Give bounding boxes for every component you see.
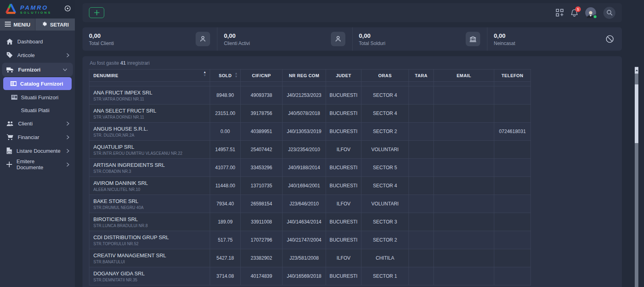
apps-grid-plus-icon[interactable]	[556, 9, 564, 16]
logo-area[interactable]: PAMRO SOLUTIONS	[0, 0, 75, 18]
supplier-address: STR. DUZILOR,NR.2A	[93, 133, 210, 137]
vertical-scrollbar[interactable]	[635, 67, 638, 287]
cell-telefon: 0724618031	[494, 123, 531, 141]
cell-sold: 3714.08	[210, 267, 241, 285]
stat-clienti-activi: 0,00 Clienti Activi	[217, 27, 352, 51]
table-row[interactable]: ANA SELECT FRUCT SRLSTR.VATRA DORNEI NR.…	[89, 105, 531, 123]
stat-label: Clienti Activi	[224, 41, 250, 46]
sort-icon[interactable]: ▲▼	[235, 72, 238, 78]
ban-icon[interactable]	[603, 32, 617, 46]
user-avatar[interactable]	[585, 7, 596, 18]
notifications-button[interactable]: 1	[571, 9, 578, 17]
person-icon[interactable]	[196, 32, 210, 46]
sidebar-item-articole[interactable]: Articole	[0, 48, 75, 62]
supplier-name: AQUATULIP SRL	[93, 144, 210, 150]
cell-sold: 5427.18	[210, 249, 241, 267]
cell-denumire: CREATIV MANAGEMENT SRLSTR.BANATULUI	[89, 249, 210, 267]
sidebar-item-situatii-platii[interactable]: Situatii Platii	[0, 104, 75, 117]
cell-oras: SECTOR 4	[361, 105, 409, 123]
table-row[interactable]: ANA FRUCT IMPEX SRLSTR.VATRA DORNEI NR.1…	[89, 86, 531, 105]
table-row[interactable]: CREATIV MANAGEMENT SRLSTR.BANATULUI5427.…	[89, 249, 531, 267]
scroll-up-button[interactable]	[635, 67, 638, 74]
bank-icon[interactable]	[466, 32, 480, 46]
column-header-telefon[interactable]: TELEFON	[494, 70, 531, 82]
sidebar-item-dashboard[interactable]: Dashboard	[0, 35, 75, 48]
cell-judet: BUCURESTI	[326, 105, 361, 123]
stat-total-solduri: 0,00 Total Solduri	[352, 27, 487, 51]
table-row[interactable]: AQUATULIP SRLSTR.INTR.EROU DUMITRU VLASC…	[89, 141, 531, 159]
supplier-address: STR.VATRA DORNEI NR.11	[93, 97, 210, 101]
column-header-tara[interactable]: TARA	[409, 70, 434, 82]
table-row[interactable]: BIROTICIENII SRLSTR.LUNCA BRADULUI NR.81…	[89, 213, 531, 231]
cell-email	[434, 213, 494, 231]
supplier-address: STR.INTR.EROU DUMITRU VLASCEANU NR.22	[93, 151, 210, 156]
column-header-cif[interactable]: CIF/CNP	[241, 70, 283, 82]
table-row[interactable]: ANGUS HOUSE S.R.L.STR. DUZILOR,NR.2A0.00…	[89, 123, 531, 141]
column-header-denumire[interactable]: DENUMIRE ▲▼	[89, 70, 210, 82]
sidebar-item-listare-documente[interactable]: Listare Documente	[0, 144, 75, 158]
cell-nrreg: J40/1694/2001	[283, 177, 326, 195]
table-row[interactable]: AVIROM DANINIK SRLALEEA NICULITEL NR.101…	[89, 177, 531, 195]
settings-button[interactable]: SETARI	[35, 18, 75, 31]
cell-email	[434, 231, 494, 249]
cell-email	[434, 267, 494, 285]
stat-label: Total Clienti	[89, 41, 114, 46]
scrollbar-thumb[interactable]	[635, 84, 638, 143]
cell-sold: 41077.00	[210, 159, 241, 177]
cell-oras: SECTOR 1	[361, 267, 409, 285]
table-row[interactable]: ARTISAN INGREDIENTS SRLSTR.COBADIN NR.34…	[89, 159, 531, 177]
sidebar-item-financiar[interactable]: Financiar	[0, 130, 75, 144]
brand-logo-icon	[4, 2, 18, 16]
column-header-email[interactable]: EMAIL	[434, 70, 494, 82]
supplier-name: DOGANAY GIDA SRL	[93, 271, 210, 277]
cell-sold: 0.00	[210, 123, 241, 141]
cell-cif: 40174839	[241, 267, 283, 285]
sort-icon-asc[interactable]: ▲▼	[203, 71, 206, 77]
stat-label: Total Solduri	[359, 41, 386, 46]
column-header-oras[interactable]: ORAS	[361, 70, 409, 82]
stats-row: 0,00 Total Clienti 0,00 Clienti Activi 0…	[83, 27, 622, 51]
supplier-address: STR.DRUMUL NEGRU 40A	[93, 205, 210, 210]
cell-nrreg: J23/2354/2010	[283, 141, 326, 159]
sidebar-item-clienti[interactable]: Clienti	[0, 117, 75, 130]
main-content: 1 0,00 Total Clienti 0,00 Clienti A	[75, 0, 644, 287]
notification-badge: 1	[575, 6, 581, 12]
sidebar-item-situatii-furnizori[interactable]: Situatii Furnizori	[0, 91, 75, 104]
cell-denumire: CDI DISTRIBUTION GRUP SRLSTR.TOPORULUI N…	[89, 231, 210, 249]
cell-tara	[409, 267, 434, 285]
cell-cif: 49093738	[241, 86, 283, 105]
cell-tara	[409, 213, 434, 231]
sidebar-item-furnizori[interactable]: Furnizori	[2, 63, 73, 76]
table-row[interactable]: DOGANAY GIDA SRLSTR.DEMNITATII NR.353714…	[89, 267, 531, 285]
sidebar-item-label: Clienti	[18, 121, 33, 127]
sidebar-item-catalog-furnizori[interactable]: Catalog Furnizori	[3, 77, 72, 90]
search-button[interactable]	[603, 7, 615, 19]
stat-neincasat: 0,00 Neincasat	[487, 27, 622, 51]
column-header-sold[interactable]: SOLD ▲▼	[210, 70, 241, 82]
add-button[interactable]	[89, 7, 104, 18]
column-header-nrregcom[interactable]: NR REG COM	[283, 70, 326, 82]
cell-denumire: ANA SELECT FRUCT SRLSTR.VATRA DORNEI NR.…	[89, 105, 210, 123]
person-icon[interactable]	[331, 32, 345, 46]
table-row[interactable]: BAKE STORE SRLSTR.DRUMUL NEGRU 40A7934.4…	[89, 195, 531, 213]
supplier-name: BIROTICIENII SRL	[93, 216, 210, 222]
supplier-address: STR.TOPORULUI NR.52	[93, 242, 210, 246]
brand-name: PAMRO	[20, 4, 52, 10]
cell-cif: 39178756	[241, 105, 283, 123]
sidebar-item-emitere-documente[interactable]: Emitere Documente	[0, 158, 75, 171]
column-header-judet[interactable]: JUDET	[326, 70, 361, 82]
cell-denumire: AVIROM DANINIK SRLALEEA NICULITEL NR.10	[89, 177, 210, 195]
sidebar-menubar: MENIU SETARI	[0, 18, 75, 31]
sidebar-item-label: Situatii Furnizori	[21, 94, 58, 100]
cell-telefon	[494, 105, 531, 123]
cell-telefon	[494, 231, 531, 249]
cell-telefon	[494, 195, 531, 213]
menu-toggle-button[interactable]: MENIU	[0, 18, 35, 31]
search-icon	[607, 10, 613, 16]
cell-email	[434, 105, 494, 123]
top-toolbar: 1	[83, 3, 622, 22]
toolbar-icons: 1	[556, 7, 615, 19]
sidebar: PAMRO SOLUTIONS MENIU SETARI Dashboard A…	[0, 0, 75, 287]
cell-email	[434, 141, 494, 159]
table-row[interactable]: CDI DISTRIBUTION GRUP SRLSTR.TOPORULUI N…	[89, 231, 531, 249]
